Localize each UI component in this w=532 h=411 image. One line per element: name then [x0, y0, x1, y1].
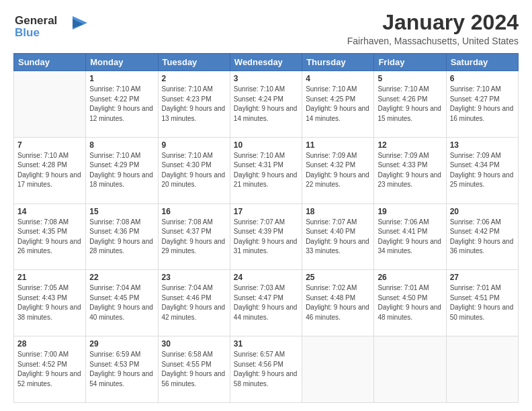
calendar-cell: 26Sunrise: 7:01 AM Sunset: 4:50 PM Dayli… [374, 270, 446, 336]
calendar-table: Sunday Monday Tuesday Wednesday Thursday… [13, 53, 519, 403]
day-number: 19 [378, 207, 442, 216]
day-info: Sunrise: 7:06 AM Sunset: 4:42 PM Dayligh… [450, 218, 515, 257]
day-number: 2 [162, 74, 226, 83]
day-number: 11 [306, 140, 370, 150]
day-number: 10 [234, 140, 298, 150]
day-info: Sunrise: 6:58 AM Sunset: 4:55 PM Dayligh… [162, 350, 226, 389]
day-number: 22 [89, 273, 154, 282]
calendar-cell: 29Sunrise: 6:59 AM Sunset: 4:53 PM Dayli… [86, 336, 158, 403]
day-info: Sunrise: 6:57 AM Sunset: 4:56 PM Dayligh… [234, 350, 298, 389]
calendar-cell [446, 336, 518, 403]
day-number: 12 [378, 140, 442, 150]
day-info: Sunrise: 7:01 AM Sunset: 4:50 PM Dayligh… [378, 283, 442, 322]
main-title: January 2024 [347, 11, 519, 34]
calendar-cell: 30Sunrise: 6:58 AM Sunset: 4:55 PM Dayli… [158, 336, 230, 403]
calendar-cell: 18Sunrise: 7:07 AM Sunset: 4:40 PM Dayli… [302, 203, 374, 270]
day-info: Sunrise: 7:10 AM Sunset: 4:24 PM Dayligh… [234, 85, 298, 124]
calendar-week-2: 14Sunrise: 7:08 AM Sunset: 4:35 PM Dayli… [14, 203, 519, 270]
calendar-cell [14, 71, 86, 138]
day-info: Sunrise: 7:07 AM Sunset: 4:40 PM Dayligh… [306, 218, 370, 257]
day-info: Sunrise: 7:10 AM Sunset: 4:31 PM Dayligh… [234, 151, 298, 190]
day-info: Sunrise: 7:10 AM Sunset: 4:27 PM Dayligh… [450, 85, 515, 124]
calendar-cell: 22Sunrise: 7:04 AM Sunset: 4:45 PM Dayli… [86, 270, 158, 336]
calendar-cell: 31Sunrise: 6:57 AM Sunset: 4:56 PM Dayli… [230, 336, 302, 403]
day-number: 15 [89, 207, 154, 216]
svg-text:General: General [15, 14, 57, 27]
day-info: Sunrise: 7:06 AM Sunset: 4:41 PM Dayligh… [378, 218, 442, 257]
day-info: Sunrise: 7:09 AM Sunset: 4:34 PM Dayligh… [450, 151, 515, 190]
calendar-cell: 6Sunrise: 7:10 AM Sunset: 4:27 PM Daylig… [446, 71, 518, 138]
day-number: 24 [234, 273, 298, 282]
day-number: 30 [162, 339, 226, 349]
day-number: 9 [162, 140, 226, 150]
calendar-cell: 25Sunrise: 7:02 AM Sunset: 4:48 PM Dayli… [302, 270, 374, 336]
day-info: Sunrise: 7:08 AM Sunset: 4:35 PM Dayligh… [17, 218, 82, 257]
title-block: January 2024 Fairhaven, Massachusetts, U… [347, 11, 519, 46]
header-saturday: Saturday [446, 54, 518, 71]
calendar-cell: 16Sunrise: 7:08 AM Sunset: 4:37 PM Dayli… [158, 203, 230, 270]
day-info: Sunrise: 7:07 AM Sunset: 4:39 PM Dayligh… [234, 218, 298, 257]
day-info: Sunrise: 7:08 AM Sunset: 4:37 PM Dayligh… [162, 218, 226, 257]
calendar-cell: 17Sunrise: 7:07 AM Sunset: 4:39 PM Dayli… [230, 203, 302, 270]
day-info: Sunrise: 6:59 AM Sunset: 4:53 PM Dayligh… [89, 350, 154, 389]
day-info: Sunrise: 7:05 AM Sunset: 4:43 PM Dayligh… [17, 283, 82, 322]
calendar-cell: 9Sunrise: 7:10 AM Sunset: 4:30 PM Daylig… [158, 137, 230, 203]
page: General Blue January 2024 Fairhaven, Mas… [0, 0, 532, 411]
header-wednesday: Wednesday [230, 54, 302, 71]
day-info: Sunrise: 7:02 AM Sunset: 4:48 PM Dayligh… [306, 283, 370, 322]
day-info: Sunrise: 7:09 AM Sunset: 4:32 PM Dayligh… [306, 151, 370, 190]
day-number: 20 [450, 207, 515, 216]
calendar-cell: 13Sunrise: 7:09 AM Sunset: 4:34 PM Dayli… [446, 137, 518, 203]
calendar-cell: 14Sunrise: 7:08 AM Sunset: 4:35 PM Dayli… [14, 203, 86, 270]
day-number: 5 [378, 74, 442, 83]
day-number: 6 [450, 74, 515, 83]
calendar-cell: 24Sunrise: 7:03 AM Sunset: 4:47 PM Dayli… [230, 270, 302, 336]
logo-text-block: General Blue [13, 11, 87, 43]
calendar-cell: 1Sunrise: 7:10 AM Sunset: 4:22 PM Daylig… [86, 71, 158, 138]
calendar-cell: 19Sunrise: 7:06 AM Sunset: 4:41 PM Dayli… [374, 203, 446, 270]
day-number: 17 [234, 207, 298, 216]
day-info: Sunrise: 7:10 AM Sunset: 4:23 PM Dayligh… [162, 85, 226, 124]
day-info: Sunrise: 7:10 AM Sunset: 4:30 PM Dayligh… [162, 151, 226, 190]
calendar-week-4: 28Sunrise: 7:00 AM Sunset: 4:52 PM Dayli… [14, 336, 519, 403]
day-number: 4 [306, 74, 370, 83]
calendar-cell: 20Sunrise: 7:06 AM Sunset: 4:42 PM Dayli… [446, 203, 518, 270]
day-number: 3 [234, 74, 298, 83]
day-number: 14 [17, 207, 82, 216]
calendar-cell: 8Sunrise: 7:10 AM Sunset: 4:29 PM Daylig… [86, 137, 158, 203]
calendar-week-1: 7Sunrise: 7:10 AM Sunset: 4:28 PM Daylig… [14, 137, 519, 203]
calendar-cell: 28Sunrise: 7:00 AM Sunset: 4:52 PM Dayli… [14, 336, 86, 403]
logo: General Blue [13, 11, 87, 43]
day-number: 23 [162, 273, 226, 282]
header: General Blue January 2024 Fairhaven, Mas… [13, 11, 519, 46]
calendar-cell: 15Sunrise: 7:08 AM Sunset: 4:36 PM Dayli… [86, 203, 158, 270]
day-info: Sunrise: 7:10 AM Sunset: 4:26 PM Dayligh… [378, 85, 442, 124]
day-info: Sunrise: 7:10 AM Sunset: 4:28 PM Dayligh… [17, 151, 82, 190]
calendar-week-0: 1Sunrise: 7:10 AM Sunset: 4:22 PM Daylig… [14, 71, 519, 138]
calendar-cell: 27Sunrise: 7:01 AM Sunset: 4:51 PM Dayli… [446, 270, 518, 336]
header-tuesday: Tuesday [158, 54, 230, 71]
day-number: 1 [89, 74, 154, 83]
calendar-cell: 5Sunrise: 7:10 AM Sunset: 4:26 PM Daylig… [374, 71, 446, 138]
header-monday: Monday [86, 54, 158, 71]
header-thursday: Thursday [302, 54, 374, 71]
day-number: 26 [378, 273, 442, 282]
header-sunday: Sunday [14, 54, 86, 71]
day-info: Sunrise: 7:08 AM Sunset: 4:36 PM Dayligh… [89, 218, 154, 257]
calendar-cell [302, 336, 374, 403]
header-friday: Friday [374, 54, 446, 71]
day-info: Sunrise: 7:09 AM Sunset: 4:33 PM Dayligh… [378, 151, 442, 190]
calendar-cell [374, 336, 446, 403]
day-number: 31 [234, 339, 298, 349]
day-info: Sunrise: 7:10 AM Sunset: 4:22 PM Dayligh… [89, 85, 154, 124]
day-info: Sunrise: 7:04 AM Sunset: 4:46 PM Dayligh… [162, 283, 226, 322]
calendar-cell: 11Sunrise: 7:09 AM Sunset: 4:32 PM Dayli… [302, 137, 374, 203]
day-info: Sunrise: 7:10 AM Sunset: 4:29 PM Dayligh… [89, 151, 154, 190]
day-number: 16 [162, 207, 226, 216]
day-number: 28 [17, 339, 82, 349]
calendar-cell: 23Sunrise: 7:04 AM Sunset: 4:46 PM Dayli… [158, 270, 230, 336]
day-number: 25 [306, 273, 370, 282]
day-number: 27 [450, 273, 515, 282]
day-number: 8 [89, 140, 154, 150]
calendar-cell: 4Sunrise: 7:10 AM Sunset: 4:25 PM Daylig… [302, 71, 374, 138]
